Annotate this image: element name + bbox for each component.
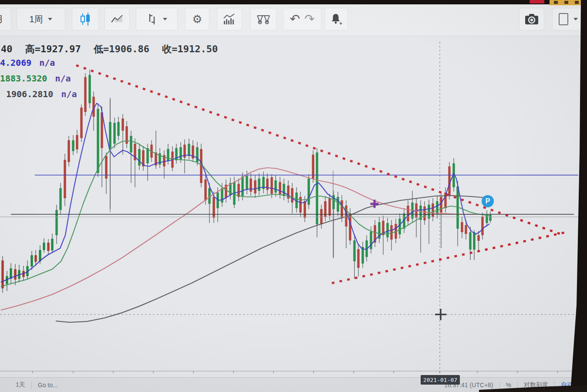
chevron-down-icon <box>47 17 53 21</box>
chart-canvas[interactable] <box>0 0 587 392</box>
layout-square-icon <box>558 13 569 26</box>
add-alert-button[interactable]: + <box>324 8 348 30</box>
indicators-button[interactable] <box>217 8 242 30</box>
financials-button[interactable] <box>250 8 277 30</box>
trading-app-window: 40 高=1927.97 低=1906.86 收=1912.50 4.2069n… <box>0 0 587 392</box>
interval-week-dropdown[interactable]: 1周 <box>17 8 65 30</box>
chart-style-bars-dropdown[interactable] <box>136 8 178 30</box>
svg-text:+: + <box>339 20 342 26</box>
auto-scale-button[interactable]: 自动 <box>555 381 579 389</box>
redo-icon[interactable]: ↷ <box>304 13 314 25</box>
log-scale-button[interactable]: 对数刻度 <box>518 381 554 389</box>
layout-select-dropdown[interactable] <box>552 8 584 30</box>
settings-button[interactable]: ⚙ <box>185 8 209 30</box>
line-chart-icon <box>111 14 124 24</box>
chevron-down-icon <box>573 17 578 21</box>
bezel-red-object <box>530 0 544 3</box>
chevron-down-icon <box>162 17 168 21</box>
percent-scale-button[interactable]: % <box>500 382 517 389</box>
gear-icon: ⚙ <box>192 14 202 25</box>
bottom-toolbar: 1天 Go to... 16:37:41 (UTC+8) % 对数刻度 自动 <box>0 377 587 392</box>
crosshair-date-tooltip: 2021-01-07 <box>421 375 460 385</box>
interval-month-label: 月 <box>0 14 3 25</box>
snapshot-camera-button[interactable] <box>519 8 544 30</box>
scales-icon <box>256 14 271 25</box>
screen-bezel-top <box>0 0 587 4</box>
goto-date-button[interactable]: Go to... <box>32 382 64 389</box>
interval-month-button[interactable]: 月 <box>0 8 11 30</box>
chart-style-line-button[interactable] <box>105 8 130 30</box>
ohlc-bars-icon <box>146 13 158 25</box>
range-1day-button[interactable]: 1天 <box>10 381 31 389</box>
undo-icon[interactable]: ↶ <box>290 13 300 25</box>
camera-icon <box>525 14 539 25</box>
undo-redo-group: ↶ ↷ <box>283 8 321 30</box>
indicators-icon <box>223 13 236 25</box>
interval-week-label: 1周 <box>29 14 43 25</box>
bezel-yellow-object <box>550 0 587 5</box>
top-toolbar: 月 1周 <box>0 4 587 36</box>
chart-style-candles-button[interactable] <box>72 8 99 30</box>
p-marker-badge[interactable]: P <box>482 195 494 207</box>
candlestick-icon <box>80 13 91 26</box>
alert-bell-plus-icon: + <box>330 13 343 26</box>
